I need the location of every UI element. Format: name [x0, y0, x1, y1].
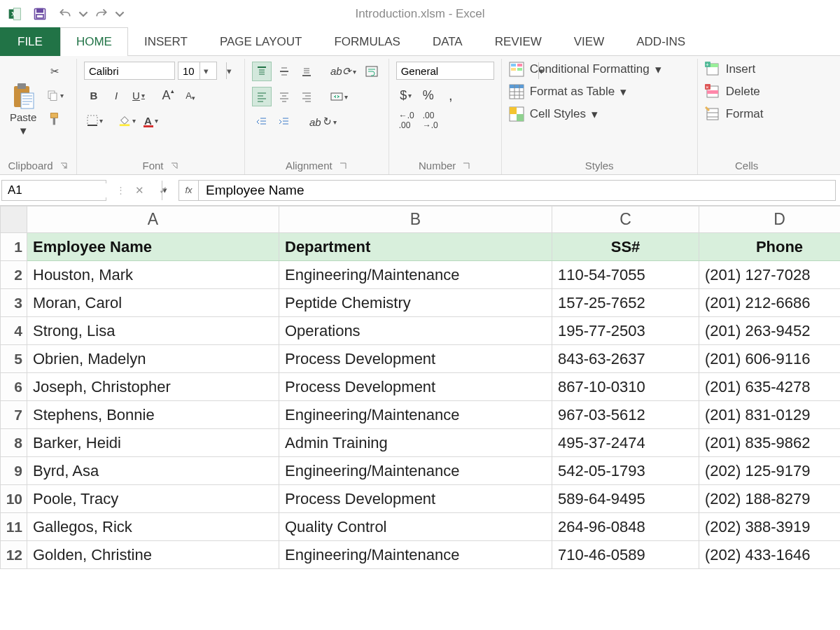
cell[interactable]: Engineering/Maintenance [279, 457, 552, 485]
select-all-corner[interactable] [1, 206, 27, 233]
decrease-indent-button[interactable] [252, 112, 272, 132]
tab-data[interactable]: DATA [416, 27, 479, 56]
decrease-font-button[interactable]: A▾ [181, 85, 200, 105]
cell[interactable]: Byrd, Asa [27, 457, 279, 485]
cell[interactable]: Admin Training [279, 429, 552, 457]
italic-button[interactable]: I [106, 85, 126, 105]
row-header[interactable]: 1 [1, 233, 27, 261]
row-header[interactable]: 7 [1, 401, 27, 429]
font-color-button[interactable]: A▾ [141, 111, 161, 130]
comma-button[interactable]: , [441, 85, 461, 105]
orientation-text-button[interactable]: ab↻▾ [307, 112, 340, 132]
orientation-button[interactable]: ab⟳▾ [328, 62, 359, 81]
cancel-formula-button[interactable]: ✕ [130, 181, 149, 200]
number-format-combo[interactable]: ▾ [396, 62, 494, 80]
cell[interactable]: 110-54-7055 [552, 261, 699, 289]
cell[interactable]: (202) 433-1646 [699, 541, 841, 569]
percent-button[interactable]: % [419, 85, 438, 105]
tab-insert[interactable]: INSERT [128, 27, 204, 56]
tab-view[interactable]: VIEW [558, 27, 620, 56]
cell[interactable]: Poole, Tracy [27, 485, 279, 513]
col-header-A[interactable]: A [27, 206, 279, 233]
cell[interactable]: (202) 388-3919 [699, 513, 841, 541]
decrease-decimal-button[interactable]: .00→.0 [420, 111, 441, 130]
align-middle-button[interactable] [274, 62, 294, 81]
cell[interactable]: (201) 127-7028 [699, 261, 841, 289]
row-header[interactable]: 10 [1, 485, 27, 513]
col-header-C[interactable]: C [552, 206, 699, 233]
cell[interactable]: (202) 188-8279 [699, 485, 841, 513]
tab-formulas[interactable]: FORMULAS [318, 27, 416, 56]
undo-icon[interactable] [53, 2, 77, 26]
conditional-formatting-button[interactable]: Conditional Formatting▾ [509, 62, 662, 77]
formula-input[interactable] [199, 183, 835, 198]
cell[interactable]: Engineering/Maintenance [279, 541, 552, 569]
format-painter-button[interactable] [43, 109, 66, 129]
align-center-button[interactable] [274, 87, 294, 106]
dialog-launcher-icon[interactable] [59, 161, 69, 171]
cell[interactable]: Process Development [279, 373, 552, 401]
undo-dropdown-icon[interactable] [78, 2, 88, 26]
cell[interactable]: 495-37-2474 [552, 429, 699, 457]
chevron-down-icon[interactable]: ▾ [226, 62, 232, 79]
row-header[interactable]: 2 [1, 261, 27, 289]
cell[interactable]: (201) 212-6686 [699, 289, 841, 317]
cut-button[interactable]: ✂ [43, 62, 66, 81]
header-cell[interactable]: Phone [699, 233, 841, 261]
tab-page-layout[interactable]: PAGE LAYOUT [204, 27, 318, 56]
cell[interactable]: 843-63-2637 [552, 345, 699, 373]
cell[interactable]: 264-96-0848 [552, 513, 699, 541]
currency-button[interactable]: $▾ [396, 85, 416, 105]
cell[interactable]: Barker, Heidi [27, 429, 279, 457]
font-size-combo[interactable]: ▾ [178, 62, 217, 80]
tab-home[interactable]: HOME [60, 27, 128, 56]
font-size-input[interactable] [178, 62, 200, 79]
underline-button[interactable]: U▾ [129, 85, 148, 105]
align-right-button[interactable] [297, 87, 316, 106]
align-bottom-button[interactable] [297, 62, 316, 81]
cell[interactable]: (201) 263-9452 [699, 317, 841, 345]
bold-button[interactable]: B [84, 85, 104, 105]
fill-color-button[interactable]: ▾ [115, 111, 139, 130]
dialog-launcher-icon[interactable] [338, 161, 348, 171]
row-header[interactable]: 12 [1, 541, 27, 569]
dialog-launcher-icon[interactable] [461, 161, 471, 171]
cell[interactable]: Houston, Mark [27, 261, 279, 289]
font-name-combo[interactable]: ▾ [84, 62, 175, 80]
cell[interactable]: 967-03-5612 [552, 401, 699, 429]
tab-file[interactable]: FILE [0, 27, 60, 56]
cell[interactable]: Operations [279, 317, 552, 345]
cell[interactable]: 157-25-7652 [552, 289, 699, 317]
delete-cells-button[interactable]: × Delete [705, 84, 764, 99]
insert-cells-button[interactable]: + Insert [705, 62, 764, 77]
cell[interactable]: 195-77-2503 [552, 317, 699, 345]
cell[interactable]: Quality Control [279, 513, 552, 541]
row-header[interactable]: 11 [1, 513, 27, 541]
increase-font-button[interactable]: A▴ [158, 85, 178, 105]
enter-formula-button[interactable]: ✓ [153, 181, 173, 200]
paste-button[interactable]: Paste ▼ [7, 62, 39, 157]
cell[interactable]: Process Development [279, 345, 552, 373]
cell[interactable]: Stephens, Bonnie [27, 401, 279, 429]
format-as-table-button[interactable]: Format as Table▾ [509, 84, 662, 99]
row-header[interactable]: 9 [1, 457, 27, 485]
row-header[interactable]: 3 [1, 289, 27, 317]
cell[interactable]: (201) 835-9862 [699, 429, 841, 457]
cell[interactable]: (202) 125-9179 [699, 457, 841, 485]
col-header-B[interactable]: B [279, 206, 552, 233]
redo-icon[interactable] [90, 2, 113, 26]
redo-dropdown-icon[interactable] [115, 2, 125, 26]
header-cell[interactable]: SS# [552, 233, 699, 261]
increase-decimal-button[interactable]: ←.0.00 [396, 111, 417, 130]
row-header[interactable]: 8 [1, 429, 27, 457]
borders-button[interactable]: ▾ [84, 111, 106, 130]
cell[interactable]: (201) 606-9116 [699, 345, 841, 373]
cell-styles-button[interactable]: Cell Styles▾ [509, 106, 662, 122]
tab-addins[interactable]: ADD-INS [620, 27, 701, 56]
cell[interactable]: (201) 831-0129 [699, 401, 841, 429]
merge-center-button[interactable]: ▾ [328, 87, 351, 106]
wrap-text-button[interactable] [362, 62, 382, 81]
row-header[interactable]: 6 [1, 373, 27, 401]
chevron-down-icon[interactable]: ▾ [200, 62, 212, 79]
header-cell[interactable]: Department [279, 233, 552, 261]
